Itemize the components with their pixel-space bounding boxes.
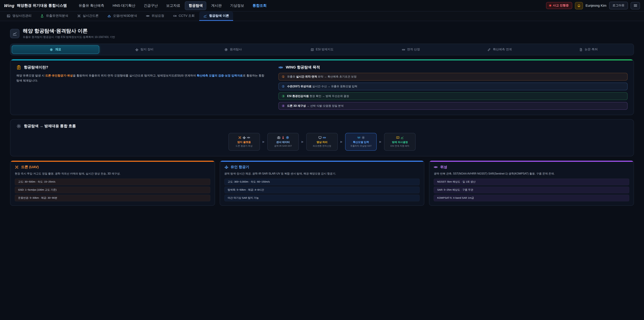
platform-card-drone: 드론 (UAV) 현장 즉시 투입·저고도 정밀 촬영. 광학·적외선 카메라 … bbox=[10, 160, 215, 206]
card-description: 광역 탐색·장시간 체공. 광학·IR·SAR·SLAR·UV 등 복합 센서 … bbox=[224, 172, 420, 176]
tab-oil-area-analysis[interactable]: 유출유면적분석 bbox=[36, 12, 72, 21]
tab-pollution-ship-3d[interactable]: 오염/선박3D분석 bbox=[103, 12, 141, 21]
drone-icon bbox=[15, 165, 19, 169]
flow-arrow-icon: ▶ bbox=[379, 140, 381, 143]
ship-icon bbox=[107, 14, 111, 18]
hamburger-menu-button[interactable] bbox=[630, 2, 640, 9]
tab-overview[interactable]: 개요 bbox=[12, 45, 99, 54]
radar-icon bbox=[224, 48, 228, 51]
book-icon bbox=[396, 136, 400, 139]
thermometer-icon bbox=[282, 136, 285, 139]
plane-icon bbox=[224, 165, 228, 169]
nav-item-hns-dispersion[interactable]: HNS·대기확산 bbox=[109, 1, 139, 10]
tab-papers-patents[interactable]: 논문·특허 bbox=[545, 45, 632, 54]
spec-row: 탐색폭: 5~50km · 체공: 4~8시간 bbox=[224, 187, 420, 193]
doc-icon bbox=[579, 48, 582, 51]
card-title: 위성 bbox=[440, 165, 447, 169]
app-title: 해양환경 위기대응 통합시스템 bbox=[17, 3, 67, 8]
topbar-right: 사고 진행중 Eunjeong Kim 로그아웃 bbox=[546, 2, 640, 10]
wave-icon bbox=[357, 136, 360, 139]
link-icon bbox=[488, 48, 491, 51]
tab-satellite-request[interactable]: 위성요청 bbox=[142, 12, 168, 21]
flow-arrow-icon: ▶ bbox=[302, 140, 304, 143]
nav-item-emergency-rescue[interactable]: 긴급구난 bbox=[140, 1, 162, 10]
monitor-icon bbox=[318, 136, 322, 139]
cctv-icon bbox=[173, 14, 177, 18]
flow-step-model-input: 확산모델 입력 유출위치·유실량·SST bbox=[345, 133, 377, 151]
page-header: 해양 항공탐색·원격탐사 이론 유출유 원격탐지·항공감시 기법·ESI 방제정… bbox=[10, 28, 634, 39]
platform-card-satellite: 위성 광역·반복 관측. SST(NOAA AVHRR·NGSST)·SAR(S… bbox=[429, 160, 634, 206]
map-icon bbox=[310, 48, 314, 51]
camera-icon bbox=[277, 136, 280, 139]
page-icon bbox=[10, 29, 20, 38]
flow-diagram: 탐지 플랫폼 드론·항공기·위성 ▶ 센서 데이터 광학·IR·SAR·SST … bbox=[16, 133, 628, 151]
tab-remote-sensing[interactable]: 원격탐사 bbox=[189, 45, 277, 54]
purpose-number: ④ bbox=[282, 104, 285, 108]
section-tabs: 개요 탐지 장비 원격탐사 ESI 방제지도 면적 산정 확산예측 연계 bbox=[10, 44, 634, 55]
spec-row: SAR: 5~25m 해상도 · 구름 무관 bbox=[434, 187, 629, 193]
gear-icon bbox=[16, 124, 21, 128]
purpose-item: ② 수온(SST) 위성자료 실시간 수신 → 유출유 풍화모델 입력 bbox=[278, 83, 628, 90]
main-content: 해양 항공탐색·원격탐사 이론 유출유 원격탐지·항공감시 기법·ESI 방제정… bbox=[0, 28, 644, 206]
purpose-item: ③ ESI 환경민감자원 현장 확인 → 방제 우선순위 결정 bbox=[278, 92, 628, 100]
drone-icon bbox=[77, 14, 81, 18]
platform-cards: 드론 (UAV) 현장 즉시 투입·저고도 정밀 촬영. 광학·적외선 카메라 … bbox=[10, 160, 634, 206]
overview-column: 항공탐색이란? 해양 유류오염 발생 시 드론·유인항공기·위성을 활용하여 유… bbox=[16, 65, 267, 110]
nav-item-weather-info[interactable]: 기상정보 bbox=[226, 1, 248, 10]
flow-section: 항공탐색 → 방제대응 통합 흐름 탐지 플랫폼 드론·항공기·위성 ▶ bbox=[10, 119, 634, 156]
spec-row: 고도: 300~3,000m · 속도: 60~150m/s bbox=[224, 179, 420, 185]
drone-icon bbox=[238, 136, 241, 139]
purpose-item: ① 유출유 실시간 위치·면적 파악 → 확산예측 초기조건 보정 bbox=[278, 73, 628, 81]
platform-card-aircraft: 유인 항공기 광역 탐색·장시간 체공. 광학·IR·SAR·SLAR·UV 등… bbox=[220, 160, 424, 206]
main-nav: 유출유 확산예측 HNS·대기확산 긴급구난 보고자료 항공탐색 게시판 기상정… bbox=[75, 1, 542, 10]
satellite-icon bbox=[247, 136, 250, 139]
nav-item-integrated-search[interactable]: 통합조회 bbox=[249, 1, 270, 10]
chart-icon bbox=[400, 136, 404, 139]
page-subtitle: 유출유 원격탐지·항공감시 기법·ESI 방제정보지도·등록특허 10-1567… bbox=[23, 35, 115, 39]
gear-icon bbox=[362, 136, 365, 139]
plane-icon bbox=[242, 136, 246, 139]
tab-esi-map[interactable]: ESI 방제지도 bbox=[278, 45, 366, 54]
card-title: 유인 항공기 bbox=[230, 165, 249, 169]
incident-dot-icon bbox=[550, 5, 551, 6]
chart-icon bbox=[12, 31, 17, 36]
card-description: 현장 즉시 투입·저고도 정밀 촬영. 광학·적외선 카메라 탑재, 실시간 영… bbox=[15, 172, 210, 176]
plane-icon bbox=[135, 48, 138, 51]
hamburger-icon bbox=[633, 3, 638, 8]
flow-arrow-icon: ▶ bbox=[340, 140, 342, 143]
nav-item-reports[interactable]: 보고자료 bbox=[162, 1, 184, 10]
nav-item-board[interactable]: 게시판 bbox=[208, 1, 226, 10]
tab-aerial-search-theory[interactable]: 항공탐색 이론 bbox=[200, 12, 233, 21]
tab-area-calculation[interactable]: 면적 산정 bbox=[367, 45, 455, 54]
ruler-icon bbox=[322, 136, 326, 139]
nav-item-aerial-search[interactable]: 항공탐색 bbox=[185, 1, 206, 10]
flow-heading: 항공탐색 → 방제대응 통합 흐름 bbox=[24, 124, 76, 129]
flask-icon bbox=[40, 14, 44, 18]
tab-prediction-link[interactable]: 확산예측 연계 bbox=[456, 45, 544, 54]
image-icon bbox=[7, 14, 10, 18]
overview-paragraph: 해양 유류오염 발생 시 드론·유인항공기·위성을 활용하여 유출유의 위치·면… bbox=[16, 73, 267, 83]
spec-row: NGSST: 5km 해상도 · 일 1회 생산 bbox=[434, 179, 629, 185]
tab-image-management[interactable]: 영상사진관리 bbox=[3, 12, 36, 21]
spec-row: GSD: 1~5cm/px (100m 고도 기준) bbox=[15, 187, 210, 193]
purpose-list: ① 유출유 실시간 위치·면적 파악 → 확산예측 초기조건 보정 ② 수온(S… bbox=[278, 73, 628, 110]
notifications-button[interactable] bbox=[575, 2, 583, 9]
flow-step-platforms: 탐지 플랫폼 드론·항공기·위성 bbox=[228, 133, 260, 151]
purpose-column: WING 항공탐색 목적 ① 유출유 실시간 위치·면적 파악 → 확산예측 초… bbox=[278, 65, 628, 110]
flow-step-response-decision: 방제 의사결정 ESI 연계·자원 배치 bbox=[384, 133, 416, 151]
app-logo[interactable]: Wing 해양환경 위기대응 통합시스템 bbox=[4, 3, 67, 8]
incident-badge-label: 사고 진행중 bbox=[553, 3, 569, 8]
card-description: 광역·반복 관측. SST(NOAA AVHRR·NGSST)·SAR(Sent… bbox=[434, 172, 629, 176]
purpose-number: ① bbox=[282, 75, 285, 78]
nav-item-spill-prediction[interactable]: 유출유 확산예측 bbox=[75, 1, 108, 10]
tab-realtime-drone[interactable]: 실시간드론 bbox=[73, 12, 103, 21]
satellite-icon bbox=[434, 165, 438, 169]
tab-cctv-view[interactable]: CCTV 조회 bbox=[169, 12, 199, 21]
logout-button[interactable]: 로그아웃 bbox=[609, 2, 628, 10]
spec-row: 야간·악기상 SAR 탐지 가능 bbox=[224, 195, 420, 201]
tab-detection-equipment[interactable]: 탐지 장비 bbox=[100, 45, 188, 54]
flow-arrow-icon: ▶ bbox=[262, 140, 264, 143]
spec-row: 운용반경: 5~30km · 체공: 30~90분 bbox=[15, 195, 210, 201]
incident-status-badge[interactable]: 사고 진행중 bbox=[546, 2, 572, 9]
purpose-number: ③ bbox=[282, 95, 285, 98]
